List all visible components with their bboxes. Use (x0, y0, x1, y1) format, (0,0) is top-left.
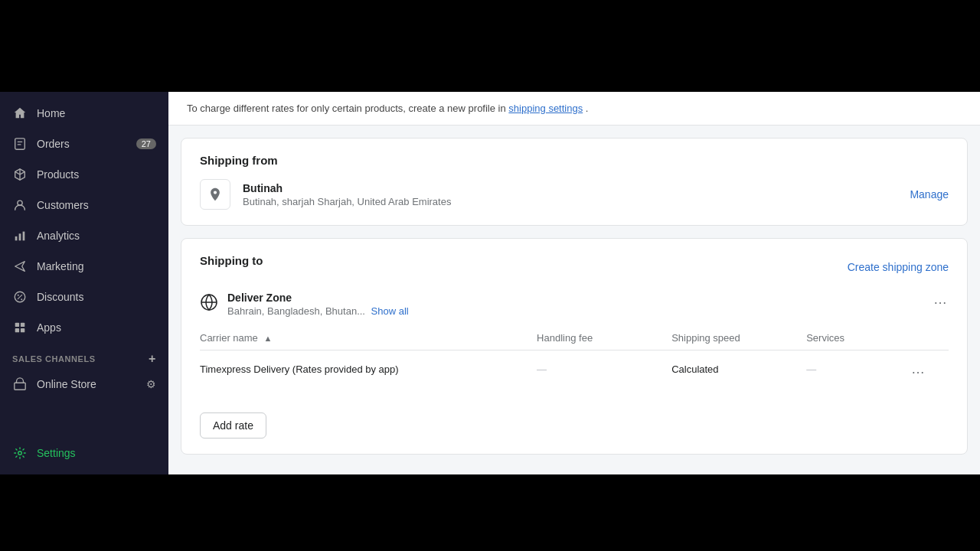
shipping-from-card: Shipping from Butinah Butinah, sharjah S… (181, 138, 968, 226)
top-black-bar (0, 0, 980, 92)
table-row: Timexpress Delivery (Rates provided by a… (200, 350, 949, 389)
zone-menu-button[interactable]: … (933, 292, 949, 308)
sidebar-item-settings[interactable]: Settings (0, 438, 168, 468)
shipping-to-title: Shipping to (200, 254, 263, 267)
sidebar-item-products-label: Products (37, 168, 156, 181)
sort-icon: ▲ (263, 334, 272, 343)
globe-icon (200, 293, 218, 311)
svg-rect-0 (15, 139, 25, 149)
column-header-handling: Handling fee (537, 326, 671, 350)
online-store-settings-icon[interactable]: ⚙ (146, 378, 156, 390)
cell-speed: Calculated (671, 350, 806, 389)
sidebar-item-marketing-label: Marketing (37, 260, 156, 272)
svg-rect-9 (21, 328, 24, 332)
sidebar-item-home[interactable]: Home (0, 98, 168, 129)
cell-services: — (806, 350, 911, 389)
rate-table: Carrier name ▲ Handling fee Shipping spe… (200, 326, 949, 388)
column-header-actions (911, 326, 949, 350)
add-sales-channel-button[interactable]: + (149, 352, 156, 366)
info-banner: To charge different rates for only certa… (168, 92, 980, 126)
discounts-icon (12, 289, 28, 305)
sales-channels-header: SALES CHANNELS + (0, 343, 168, 369)
sidebar-item-customers[interactable]: Customers (0, 190, 168, 220)
sidebar-item-orders[interactable]: Orders 27 (0, 129, 168, 159)
sidebar-item-products[interactable]: Products (0, 159, 168, 190)
sidebar-item-marketing[interactable]: Marketing (0, 251, 168, 282)
shipping-to-header: Shipping to Create shipping zone (200, 254, 949, 279)
table-header-row: Carrier name ▲ Handling fee Shipping spe… (200, 326, 949, 350)
sidebar-item-apps[interactable]: Apps (0, 312, 168, 343)
zone-row: Deliver Zone Bahrain, Bangladesh, Bhutan… (200, 292, 949, 317)
shipping-to-card: Shipping to Create shipping zone Deli (181, 238, 968, 455)
column-header-speed: Shipping speed (671, 326, 806, 350)
location-pin-icon (200, 179, 230, 210)
cell-actions: … (911, 350, 949, 389)
add-rate-button[interactable]: Add rate (200, 412, 266, 439)
analytics-icon (12, 228, 28, 243)
svg-rect-4 (23, 232, 25, 241)
location-row: Butinah Butinah, sharjah Sharjah, United… (200, 179, 949, 210)
products-icon (12, 167, 28, 182)
shipping-settings-link[interactable]: shipping settings (508, 103, 583, 114)
sidebar-item-online-store[interactable]: Online Store ⚙ (0, 369, 168, 399)
svg-point-11 (18, 452, 22, 455)
content-area: To charge different rates for only certa… (168, 92, 980, 474)
location-address: Butinah, sharjah Sharjah, United Arab Em… (243, 196, 897, 207)
settings-label: Settings (37, 447, 156, 459)
cell-carrier: Timexpress Delivery (Rates provided by a… (200, 350, 537, 389)
sidebar-item-analytics-label: Analytics (37, 230, 156, 242)
info-banner-text: To charge different rates for only certa… (187, 103, 506, 114)
home-icon (12, 106, 28, 121)
shipping-to-section: Shipping to Create shipping zone Deli (181, 239, 967, 454)
svg-rect-10 (15, 383, 25, 390)
sidebar-item-customers-label: Customers (37, 199, 156, 211)
marketing-icon (12, 259, 28, 274)
bottom-black-bar (0, 474, 980, 551)
zone-countries: Bahrain, Bangladesh, Bhutan... Show all (227, 305, 924, 317)
cell-handling: — (537, 350, 671, 389)
store-icon (12, 377, 28, 392)
orders-badge: 27 (136, 139, 156, 149)
location-info: Butinah Butinah, sharjah Sharjah, United… (243, 182, 897, 207)
sidebar-item-apps-label: Apps (37, 321, 156, 334)
svg-rect-2 (15, 236, 18, 240)
svg-rect-7 (21, 323, 24, 327)
show-all-link[interactable]: Show all (371, 305, 409, 317)
column-header-services: Services (806, 326, 911, 350)
row-menu-button[interactable]: … (911, 361, 926, 377)
sidebar-item-discounts-label: Discounts (37, 291, 156, 303)
create-shipping-zone-link[interactable]: Create shipping zone (848, 261, 949, 273)
svg-rect-6 (15, 323, 19, 327)
apps-icon (12, 320, 28, 335)
orders-icon (12, 136, 28, 152)
sidebar-item-orders-label: Orders (37, 138, 127, 150)
sidebar-item-analytics[interactable]: Analytics (0, 220, 168, 251)
customers-icon (12, 197, 28, 213)
sidebar-item-discounts[interactable]: Discounts (0, 282, 168, 312)
settings-icon (12, 445, 28, 461)
shipping-from-section: Shipping from Butinah Butinah, sharjah S… (181, 139, 967, 225)
info-banner-suffix: . (586, 103, 589, 114)
zone-name: Deliver Zone (227, 292, 924, 304)
svg-rect-8 (15, 328, 19, 332)
sidebar: Home Orders 27 Products (0, 92, 168, 474)
svg-rect-3 (19, 233, 21, 240)
sidebar-item-home-label: Home (37, 107, 156, 119)
sidebar-item-online-store-label: Online Store (37, 378, 137, 390)
column-header-carrier: Carrier name ▲ (200, 326, 537, 350)
manage-link[interactable]: Manage (910, 188, 949, 201)
location-name: Butinah (243, 182, 897, 194)
shipping-from-title: Shipping from (200, 154, 949, 167)
zone-info: Deliver Zone Bahrain, Bangladesh, Bhutan… (227, 292, 924, 317)
